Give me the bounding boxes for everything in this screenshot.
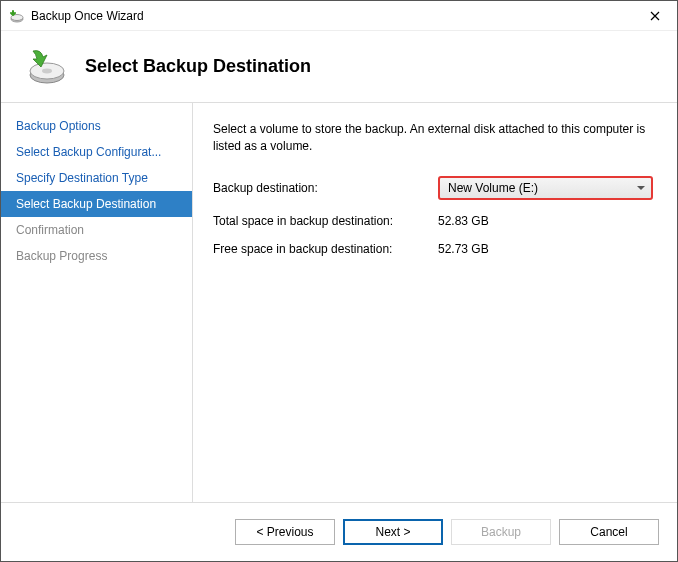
row-total-space: Total space in backup destination: 52.83… — [213, 214, 653, 228]
wizard-header: Select Backup Destination — [1, 31, 677, 103]
wizard-footer: < Previous Next > Backup Cancel — [1, 503, 677, 561]
steps-sidebar: Backup Options Select Backup Configurat.… — [1, 103, 193, 502]
label-backup-destination: Backup destination: — [213, 181, 438, 195]
close-icon — [650, 11, 660, 21]
page-title: Select Backup Destination — [85, 56, 311, 77]
step-select-backup-config[interactable]: Select Backup Configurat... — [1, 139, 192, 165]
label-free-space: Free space in backup destination: — [213, 242, 438, 256]
window-title: Backup Once Wizard — [31, 9, 633, 23]
step-select-backup-destination[interactable]: Select Backup Destination — [1, 191, 192, 217]
svg-point-4 — [42, 68, 52, 73]
step-specify-destination-type[interactable]: Specify Destination Type — [1, 165, 192, 191]
wizard-window: Backup Once Wizard Select Backup Destina… — [0, 0, 678, 562]
previous-button[interactable]: < Previous — [235, 519, 335, 545]
next-button[interactable]: Next > — [343, 519, 443, 545]
cancel-button[interactable]: Cancel — [559, 519, 659, 545]
row-free-space: Free space in backup destination: 52.73 … — [213, 242, 653, 256]
instruction-text: Select a volume to store the backup. An … — [213, 121, 653, 156]
close-button[interactable] — [633, 1, 677, 31]
step-confirmation: Confirmation — [1, 217, 192, 243]
dropdown-selected-value: New Volume (E:) — [448, 181, 637, 195]
main-panel: Select a volume to store the backup. An … — [193, 103, 677, 502]
label-total-space: Total space in backup destination: — [213, 214, 438, 228]
wizard-body: Backup Options Select Backup Configurat.… — [1, 103, 677, 502]
backup-destination-dropdown[interactable]: New Volume (E:) — [438, 176, 653, 200]
backup-button: Backup — [451, 519, 551, 545]
row-backup-destination: Backup destination: New Volume (E:) — [213, 176, 653, 200]
step-backup-progress: Backup Progress — [1, 243, 192, 269]
value-free-space: 52.73 GB — [438, 242, 653, 256]
backup-wizard-icon — [23, 45, 67, 89]
value-total-space: 52.83 GB — [438, 214, 653, 228]
chevron-down-icon — [637, 186, 645, 190]
titlebar: Backup Once Wizard — [1, 1, 677, 31]
step-backup-options[interactable]: Backup Options — [1, 113, 192, 139]
app-icon — [9, 8, 25, 24]
